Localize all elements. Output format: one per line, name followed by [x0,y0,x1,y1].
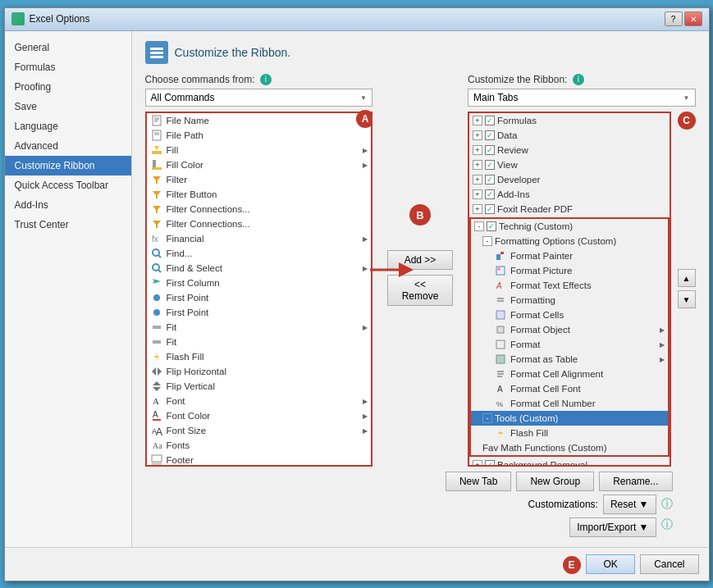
rename-button[interactable]: Rename... [599,472,672,491]
list-item[interactable]: Fit [147,335,372,349]
expand-addins[interactable]: + [473,189,482,199]
ok-button[interactable]: OK [586,554,635,574]
tree-item-format[interactable]: Format ▶ [471,337,668,352]
list-item[interactable]: A Font Color [147,408,372,423]
tree-item-flash-fill2[interactable]: Flash Fill [471,426,668,440]
list-item[interactable]: Fit [147,320,372,335]
check-developer[interactable]: ✓ [485,175,495,185]
tree-item-fav-math[interactable]: Fav Math Functions (Custom) [471,440,668,455]
tree-item-formatting-options[interactable]: - Formatting Options (Custom) [471,234,668,248]
list-item[interactable]: Fill Color [147,157,372,172]
tree-item-format-cell-font2[interactable]: A Format Cell Font [471,381,668,396]
tree-item-format-cell-alignment2[interactable]: Format Cell Alignment [471,367,668,381]
list-item[interactable]: Filter Connections... [147,202,372,217]
list-item[interactable]: Footer [147,453,372,466]
check-formulas[interactable]: ✓ [485,116,495,125]
import-export-button[interactable]: Import/Export ▼ [569,517,656,537]
svg-rect-33 [153,419,161,421]
tree-item-view[interactable]: + ✓ View [469,157,670,172]
sidebar-item-add-ins[interactable]: Add-Ins [5,195,131,215]
list-item[interactable]: First Point [147,305,372,320]
tree-item-format-painter[interactable]: Format Painter [471,248,668,263]
list-item[interactable]: A Font [147,394,372,408]
tree-item-developer[interactable]: + ✓ Developer [469,172,670,187]
tree-item-background-removal[interactable]: + ✓ Background Removal [469,458,670,464]
tree-item-technig[interactable]: - ✓ Technig (Custom) [471,219,668,234]
check-foxit[interactable]: ✓ [485,204,495,214]
check-technig[interactable]: ✓ [487,221,496,231]
tree-item-formulas[interactable]: + ✓ Formulas [469,113,670,128]
expand-review[interactable]: + [473,145,482,155]
list-item[interactable]: Filter [147,172,372,187]
svg-marker-14 [153,191,161,198]
expand-tools[interactable]: - [482,413,492,423]
list-item[interactable]: Aa Fonts [147,438,372,453]
list-item[interactable]: Filter Button [147,187,372,202]
tree-item-format-picture[interactable]: Format Picture [471,263,668,278]
tree-item-format-text-effects[interactable]: A Format Text Effects [471,278,668,293]
check-data[interactable]: ✓ [485,130,495,140]
list-item[interactable]: Find & Select [147,261,372,276]
list-item-label: Fill Color [167,160,203,170]
list-item[interactable]: Flash Fill [147,349,372,364]
tree-item-formatting[interactable]: Formatting [471,293,668,308]
check-view[interactable]: ✓ [485,160,495,170]
new-tab-button[interactable]: New Tab [446,472,511,491]
list-item[interactable]: AA Font Size [147,423,372,438]
expand-foxit[interactable]: + [473,204,482,214]
expand-data[interactable]: + [473,130,482,140]
customize-ribbon-dropdown[interactable]: Main Tabs ▼ [468,89,696,107]
sidebar-item-trust-center[interactable]: Trust Center [5,215,131,235]
expand-formulas[interactable]: + [473,116,482,125]
list-item[interactable]: Flip Vertical [147,379,372,394]
scroll-up-button[interactable]: ▲ [678,269,696,287]
list-item[interactable]: fx Financial [147,231,372,246]
commands-list[interactable]: File Name File Path [145,112,373,466]
sidebar-item-formulas[interactable]: Formulas [5,57,131,77]
check-addins[interactable]: ✓ [485,189,495,199]
sidebar-item-language[interactable]: Language [5,116,131,136]
tree-item-foxit[interactable]: + ✓ Foxit Reader PDF [469,202,670,217]
expand-formatting-options[interactable]: - [482,236,492,246]
ribbon-list[interactable]: + ✓ Formulas + ✓ Data [469,113,670,464]
sidebar-item-advanced[interactable]: Advanced [5,136,131,156]
list-item[interactable]: First Point [147,290,372,305]
tree-item-review[interactable]: + ✓ Review [469,143,670,157]
expand-background-removal[interactable]: + [473,460,482,464]
scroll-down-button[interactable]: ▼ [678,290,696,308]
tree-item-addins[interactable]: + ✓ Add-Ins [469,187,670,202]
annotation-e: E [563,556,581,574]
sidebar-item-general[interactable]: General [5,38,131,57]
expand-developer[interactable]: + [473,175,482,185]
help-button[interactable]: ? [665,11,683,26]
tree-item-tools[interactable]: - Tools (Custom) [471,411,668,426]
list-item[interactable]: File Path [147,128,372,143]
filter-connections2-icon [150,217,163,230]
list-item[interactable]: Find... [147,246,372,261]
tree-item-format-cells[interactable]: Format Cells [471,308,668,322]
cancel-button[interactable]: Cancel [640,554,698,574]
choose-commands-dropdown[interactable]: All Commands ▼ [145,89,373,107]
tree-item-format-cell-number2[interactable]: % Format Cell Number [471,396,668,411]
list-item[interactable]: Fill [147,143,372,157]
sidebar-item-quick-access[interactable]: Quick Access Toolbar [5,175,131,195]
new-group-button[interactable]: New Group [516,472,594,491]
list-item[interactable]: Filter Connections... [147,217,372,231]
expand-technig[interactable]: - [474,221,484,231]
list-item[interactable]: File Name [147,113,372,128]
check-background-removal[interactable]: ✓ [485,460,495,464]
tree-item-data[interactable]: + ✓ Data [469,128,670,143]
expand-view[interactable]: + [473,160,482,170]
tree-label: Formulas [497,116,537,125]
check-review[interactable]: ✓ [485,145,495,155]
close-button[interactable]: ✕ [684,11,702,26]
reset-button[interactable]: Reset ▼ [603,495,656,514]
sidebar-item-customize-ribbon[interactable]: Customize Ribbon [5,156,131,175]
format-cell-number2-icon: % [494,397,507,410]
tree-item-format-table2[interactable]: Format as Table ▶ [471,352,668,367]
sidebar-item-proofing[interactable]: Proofing [5,77,131,97]
list-item[interactable]: Flip Horizontal [147,364,372,379]
sidebar-item-save[interactable]: Save [5,97,131,116]
list-item[interactable]: First Column [147,276,372,290]
tree-item-format-object[interactable]: Format Object ▶ [471,322,668,337]
